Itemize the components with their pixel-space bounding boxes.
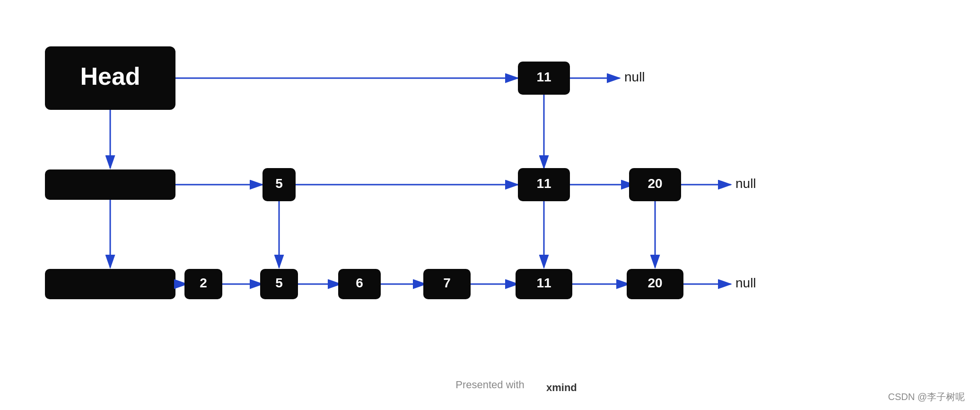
diagram-container: 11 --> null --> Head 11 null 5 11: [0, 0, 980, 410]
footer-presented: Presented with: [455, 379, 525, 391]
head-label: Head: [80, 62, 140, 90]
label-11-level0: 11: [536, 276, 551, 290]
node-blank-level0: [45, 269, 175, 299]
label-11-level1: 11: [536, 176, 551, 191]
label-5-level0: 5: [275, 276, 283, 290]
label-11-level2: 11: [536, 70, 551, 84]
label-6-level0: 6: [356, 276, 363, 290]
null-level0: null: [735, 276, 756, 290]
null-level1: null: [735, 176, 756, 191]
label-7-level0: 7: [443, 276, 451, 290]
label-2-level0: 2: [200, 276, 207, 290]
label-5-level1: 5: [275, 176, 283, 191]
watermark: CSDN @李子树呢: [888, 392, 965, 402]
footer-brand: xmind: [546, 382, 577, 393]
label-20-level0: 20: [648, 276, 662, 290]
label-20-level1: 20: [648, 176, 662, 191]
node-blank-level1: [45, 169, 175, 200]
null-level2: null: [624, 70, 645, 84]
